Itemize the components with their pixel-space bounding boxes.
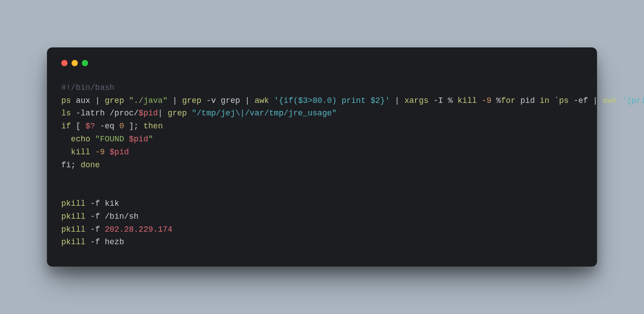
pct: % [448,96,453,105]
str-found-open: "FOUND [95,135,129,144]
cmd-awk: awk [602,96,617,105]
cmd-xargs: xargs [404,96,428,105]
pipe: | [593,96,598,105]
flag-i: -I [433,96,443,105]
kw-then: then [144,122,163,131]
op-eq: -eq [100,122,114,131]
cmd-ps: ps [61,96,71,105]
arg-hezb: hezb [105,238,124,246]
cmd-pkill: pkill [61,212,85,221]
var-pid: pid [521,96,535,105]
cmd-grep: grep [168,109,187,118]
var-status: $? [85,122,95,131]
str-java: "./java" [129,96,167,105]
awk-script: '{if($3>80.0) print $2}' [274,96,390,105]
n9: -9 [482,96,491,105]
n9: -9 [95,148,105,157]
kw-done: done [80,161,100,170]
code-block: #!/bin/bash ps aux | grep "./java" | gre… [61,81,583,249]
str-path: "/tmp/jej\|/var/tmp/jre_usage" [192,109,337,118]
rb: ]; [129,122,139,131]
wrap-pct: % [496,96,501,105]
pipe: | [245,96,250,105]
window-traffic-lights [61,60,583,66]
pipe: | [95,96,100,105]
cmd-awk: awk [254,96,269,105]
arg-aux: aux [76,96,90,105]
lb: [ [76,122,80,131]
arg-kik: kik [105,199,119,208]
close-icon[interactable] [61,60,68,66]
flag-v: -v [206,96,216,105]
num-zero: 0 [119,122,124,131]
cmd-ls: ls [61,109,71,118]
flag-f: -f [90,212,100,221]
flag-latrh: -latrh [76,109,105,118]
path-proc: /proc/ [110,109,139,118]
cmd-kill: kill [458,96,477,105]
cmd-ps: ps [559,96,569,105]
pipe: | [395,96,400,105]
kw-fi: fi; [61,161,76,170]
str-found-close: " [148,135,153,144]
kw-if: if [61,122,71,131]
flag-f: -f [90,225,100,234]
minimize-icon[interactable] [72,60,78,66]
flag-f: -f [90,238,100,246]
cmd-kill: kill [71,148,90,157]
var-pid: $pid [110,148,129,157]
cmd-pkill: pkill [61,238,85,246]
cmd-echo: echo [71,135,90,144]
kw-for: for [501,96,515,105]
pipe: | [158,109,163,118]
flag-ef: -ef [573,96,588,105]
backtick: ` [554,96,559,105]
flag-f: -f [90,199,100,208]
arg-binsh: /bin/sh [105,212,139,221]
kw-in: in [540,96,550,105]
zoom-icon[interactable] [82,60,88,66]
arg-ip: 202.28.229.174 [105,225,172,234]
pipe: | [173,96,178,105]
var-pid: $pid [129,135,148,144]
cmd-pkill: pkill [61,225,85,234]
cmd-pkill: pkill [61,199,85,208]
shebang: #!/bin/bash [61,83,114,92]
awk-script: '{print $2}' [622,96,644,105]
code-window: #!/bin/bash ps aux | grep "./java" | gre… [47,47,597,267]
cmd-grep: grep [105,96,124,105]
arg-grep: grep [221,96,240,105]
var-pid: $pid [139,109,158,118]
cmd-grep: grep [182,96,201,105]
